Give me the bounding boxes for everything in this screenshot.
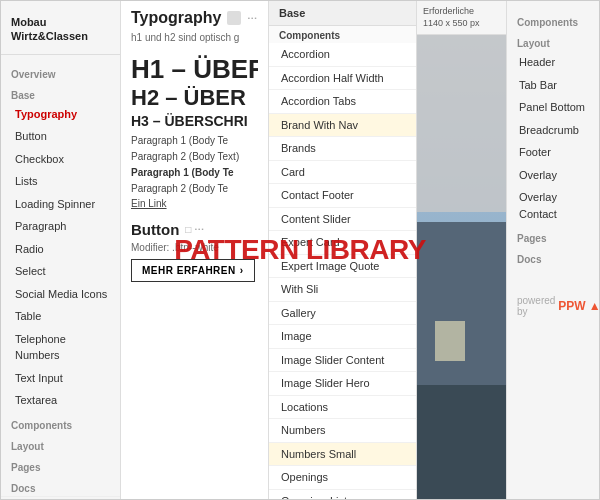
button-section-title: Button □ ⋯	[131, 221, 258, 238]
right-item-breadcrumb[interactable]: Breadcrumb	[507, 119, 600, 142]
comp-item-accordion-half[interactable]: Accordion Half Width	[269, 67, 416, 91]
comp-item-brand-with-nav[interactable]: Brand With Nav	[269, 114, 416, 138]
preview-building-light	[435, 321, 465, 361]
comp-item-openings[interactable]: Openings	[269, 466, 416, 490]
right-header-layout: Layout	[507, 34, 600, 51]
right-item-panel-bottom[interactable]: Panel Bottom	[507, 96, 600, 119]
sidebar-logo: Mobau Wirtz&Classen	[1, 9, 120, 55]
typography-title-text: Typography	[131, 9, 221, 27]
right-ppw-logo: PPW	[558, 299, 585, 313]
button-section-icon: □ ⋯	[185, 224, 204, 235]
comp-item-gallery[interactable]: Gallery	[269, 302, 416, 326]
typography-para3: Paragraph 2 (Body Te	[131, 182, 258, 196]
typography-title: Typography ⋯	[131, 9, 258, 27]
right-item-footer[interactable]: Footer	[507, 141, 600, 164]
preview-panel: Erforderliche1140 x 550 px	[417, 1, 507, 500]
right-powered-by: powered by PPW ▲	[507, 287, 600, 325]
btn-label: MEHR ERFAHREN	[142, 265, 236, 276]
sidebar-item-text-input[interactable]: Text Input	[1, 367, 120, 390]
sidebar-powered-by: powered by PPW ▲	[1, 496, 120, 500]
typography-para-bold: Paragraph 1 (Body Te	[131, 166, 258, 180]
comp-item-accordion-tabs[interactable]: Accordion Tabs	[269, 90, 416, 114]
sidebar-item-loading-spinner[interactable]: Loading Spinner	[1, 193, 120, 216]
sidebar-header-docs: Docs	[1, 479, 120, 496]
sidebar-item-radio[interactable]: Radio	[1, 238, 120, 261]
comp-item-brands[interactable]: Brands	[269, 137, 416, 161]
comp-item-overview-list[interactable]: Overview List	[269, 490, 416, 501]
typography-panel: Typography ⋯ h1 und h2 sind optisch g H1…	[121, 1, 269, 500]
sidebar-item-button[interactable]: Button	[1, 125, 120, 148]
sidebar-item-select[interactable]: Select	[1, 260, 120, 283]
right-item-overlay-contact[interactable]: Overlay Contact	[507, 186, 600, 225]
sidebar-item-textarea[interactable]: Textarea	[1, 389, 120, 412]
sidebar-item-telephone-numbers[interactable]: Telephone Numbers	[1, 328, 120, 367]
sidebar-item-checkbox[interactable]: Checkbox	[1, 148, 120, 171]
typography-title-dots: ⋯	[247, 13, 257, 24]
typography-description: h1 und h2 sind optisch g	[131, 31, 258, 45]
comp-item-contact-footer[interactable]: Contact Footer	[269, 184, 416, 208]
sidebar-header-pages: Pages	[1, 458, 120, 475]
sidebar-item-social-media-icons[interactable]: Social Media Icons	[1, 283, 120, 306]
logo-sub: Wirtz&Classen	[11, 30, 88, 42]
sidebar-item-typography[interactable]: Typography	[1, 103, 120, 126]
btn-arrow-icon: ›	[240, 265, 244, 276]
typography-h3: H3 – ÜBERSCHRI	[131, 112, 258, 130]
preview-header-text: Erforderliche1140 x 550 px	[423, 6, 480, 28]
comp-item-expert-card[interactable]: Expert Card	[269, 231, 416, 255]
modifier-label: Modifier: .btn--white	[131, 242, 258, 253]
comp-section-header: Base	[269, 1, 416, 26]
comp-item-card[interactable]: Card	[269, 161, 416, 185]
comp-subsection: Components	[269, 26, 416, 43]
preview-header: Erforderliche1140 x 550 px	[417, 1, 506, 35]
components-panel: Base Components Accordion Accordion Half…	[269, 1, 417, 500]
right-sidebar: Components Layout Header Tab Bar Panel B…	[507, 1, 600, 500]
logo-brand: Mobau	[11, 16, 46, 28]
logo-text: Mobau Wirtz&Classen	[11, 15, 110, 44]
comp-item-content-slider[interactable]: Content Slider	[269, 208, 416, 232]
button-title-text: Button	[131, 221, 179, 238]
comp-item-accordion[interactable]: Accordion	[269, 43, 416, 67]
preview-placeholder-block	[417, 35, 506, 212]
comp-item-image[interactable]: Image	[269, 325, 416, 349]
right-ppw-symbol: ▲	[589, 299, 600, 313]
comp-item-image-slider-hero[interactable]: Image Slider Hero	[269, 372, 416, 396]
right-item-overlay[interactable]: Overlay	[507, 164, 600, 187]
preview-image-area	[417, 35, 506, 500]
typography-para1: Paragraph 1 (Body Te	[131, 134, 258, 148]
comp-item-with-sli[interactable]: With Sli	[269, 278, 416, 302]
comp-item-numbers[interactable]: Numbers	[269, 419, 416, 443]
sidebar-header-base: Base	[1, 86, 120, 103]
right-item-header[interactable]: Header	[507, 51, 600, 74]
sidebar-item-table[interactable]: Table	[1, 305, 120, 328]
right-item-tab-bar[interactable]: Tab Bar	[507, 74, 600, 97]
mehr-erfahren-button[interactable]: MEHR ERFAHREN ›	[131, 259, 255, 282]
right-header-pages: Pages	[507, 229, 600, 246]
sidebar-section-overview[interactable]: Overview	[1, 65, 120, 82]
typography-link[interactable]: Ein Link	[131, 198, 258, 209]
comp-item-expert-image-quote[interactable]: Expert Image Quote	[269, 255, 416, 279]
sidebar-header-layout: Layout	[1, 437, 120, 454]
sidebar-item-paragraph[interactable]: Paragraph	[1, 215, 120, 238]
comp-item-numbers-small[interactable]: Numbers Small	[269, 443, 416, 467]
right-header-components: Components	[507, 13, 600, 30]
sidebar-item-lists[interactable]: Lists	[1, 170, 120, 193]
left-sidebar: Mobau Wirtz&Classen Overview Base Typogr…	[1, 1, 121, 500]
typography-title-icon	[227, 11, 241, 25]
comp-item-image-slider-content[interactable]: Image Slider Content	[269, 349, 416, 373]
right-header-docs: Docs	[507, 250, 600, 267]
typography-para2: Paragraph 2 (Body Text)	[131, 150, 258, 164]
sidebar-header-components: Components	[1, 416, 120, 433]
right-powered-by-text: powered by	[517, 295, 555, 317]
typography-h1: H1 – ÜBER	[131, 55, 258, 84]
preview-street	[417, 385, 506, 500]
typography-h2: H2 – ÜBER	[131, 86, 258, 110]
comp-item-locations[interactable]: Locations	[269, 396, 416, 420]
